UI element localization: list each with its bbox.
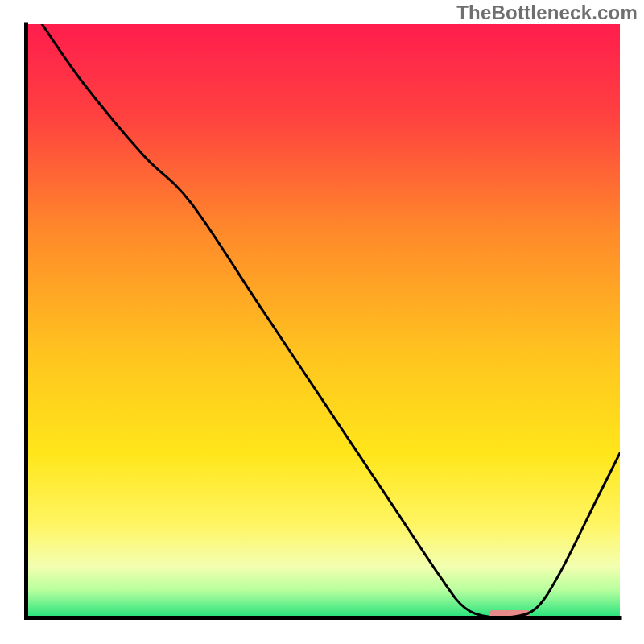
- bottleneck-chart: [0, 0, 644, 644]
- chart-container: TheBottleneck.com: [0, 0, 644, 644]
- plot-background: [24, 24, 620, 620]
